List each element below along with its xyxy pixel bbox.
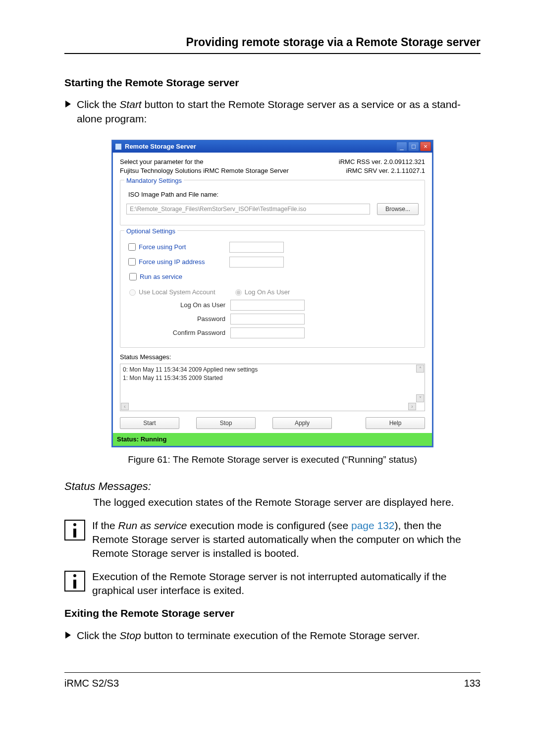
run-as-service-label: Run as service: [140, 272, 182, 281]
scroll-right-icon[interactable]: ›: [408, 403, 416, 410]
version-srv: iRMC SRV ver. 2.1.11027.1: [339, 166, 425, 175]
info1-page-link[interactable]: page 132: [351, 520, 395, 531]
force-ip-label: Force using IP address: [139, 258, 205, 267]
log-on-as-user-radio[interactable]: [235, 289, 242, 296]
maximize-icon[interactable]: □: [408, 142, 419, 151]
step-arrow-icon: [65, 101, 71, 108]
mandatory-legend: Mandatory Settings: [124, 176, 184, 185]
intro-line-1: Select your parameter for the: [120, 158, 289, 166]
force-ip-input[interactable]: [229, 257, 284, 268]
cred-user-input[interactable]: [230, 300, 305, 311]
step-exit-prefix: Click the: [77, 630, 119, 641]
mandatory-group: Mandatory Settings ISO Image Path and Fi…: [120, 180, 425, 225]
step-text: Click the Start button to start the Remo…: [77, 98, 481, 126]
log-line-2: 1: Mon May 11 15:34:35 2009 Started: [123, 374, 416, 382]
scroll-up-icon[interactable]: ˄: [416, 365, 424, 373]
dialog-body: Select your parameter for the Fujitsu Te…: [111, 153, 433, 447]
app-icon: [115, 143, 122, 150]
info-icon: [64, 571, 85, 592]
def-term: Status Messages:: [64, 479, 481, 494]
step-start: Click the Start button to start the Remo…: [64, 98, 481, 126]
cred-conf-input[interactable]: [230, 327, 305, 338]
optional-legend: Optional Settings: [124, 227, 177, 236]
log-line-1: 0: Mon May 11 15:34:34 2009 Applied new …: [123, 366, 416, 374]
status-messages-label: Status Messages:: [120, 353, 425, 362]
section-exit-title: Exiting the Remote Storage server: [64, 606, 481, 620]
start-button[interactable]: Start: [120, 417, 179, 429]
info-text-2: Execution of the Remote Storage server i…: [92, 570, 481, 598]
stop-button[interactable]: Stop: [196, 417, 256, 429]
minimize-icon[interactable]: _: [396, 142, 407, 151]
cred-user-label: Log On as User: [126, 301, 225, 310]
page-footer: iRMC S2/S3 133: [64, 672, 481, 690]
info-icon: [64, 520, 85, 540]
run-as-service-checkbox[interactable]: [129, 273, 137, 280]
optional-group: Optional Settings Force using Port Force…: [120, 230, 425, 348]
cred-pass-label: Password: [126, 315, 225, 324]
status-bar: Status: Running: [113, 433, 432, 446]
cred-pass-input[interactable]: [230, 314, 305, 324]
info1-mid: execution mode is configured (see: [187, 520, 351, 531]
info1-mode: Run as service: [118, 520, 187, 531]
log-on-as-user-label: Log On As User: [245, 288, 290, 297]
page-header: Providing remote storage via a Remote St…: [64, 35, 481, 54]
dialog-titlebar[interactable]: Remote Storage Server _ □ ×: [111, 140, 433, 153]
force-ip-checkbox[interactable]: [128, 258, 136, 266]
iso-path-label: ISO Image Path and File name:: [128, 190, 419, 199]
iso-path-input[interactable]: [126, 204, 370, 215]
local-system-radio[interactable]: [129, 289, 136, 296]
step-start-prefix: Click the: [77, 99, 119, 110]
local-system-label: Use Local System Account: [139, 288, 215, 297]
force-port-checkbox[interactable]: [128, 243, 136, 251]
def-body: The logged execution states of the Remot…: [93, 495, 481, 509]
info-text-1: If the Run as service execution mode is …: [92, 519, 481, 561]
step-exit: Click the Stop button to terminate execu…: [64, 629, 481, 643]
section-start-title: Starting the Remote Storage server: [64, 76, 481, 90]
close-icon[interactable]: ×: [420, 142, 431, 151]
dialog-title: Remote Storage Server: [125, 142, 396, 151]
apply-button[interactable]: Apply: [272, 417, 332, 429]
cred-conf-label: Confirm Password: [126, 328, 225, 337]
browse-button[interactable]: Browse...: [377, 203, 419, 215]
scroll-down-icon[interactable]: ˅: [416, 394, 424, 402]
intro-line-2: Fujitsu Technology Solutions iRMC Remote…: [120, 166, 289, 175]
step-arrow-icon: [65, 632, 71, 639]
version-rss: iRMC RSS ver. 2.0.09112.321: [339, 158, 425, 166]
step-exit-button-name: Stop: [119, 630, 141, 641]
footer-left: iRMC S2/S3: [64, 677, 119, 690]
force-port-input[interactable]: [229, 242, 284, 253]
step-text: Click the Stop button to terminate execu…: [77, 629, 481, 643]
step-start-button-name: Start: [119, 99, 141, 110]
help-button[interactable]: Help: [366, 417, 425, 429]
info1-prefix: If the: [92, 520, 118, 531]
footer-right: 133: [464, 677, 481, 690]
remote-storage-dialog: Remote Storage Server _ □ × Select your …: [111, 140, 433, 447]
scroll-left-icon[interactable]: ‹: [121, 403, 129, 410]
status-log-box[interactable]: 0: Mon May 11 15:34:34 2009 Applied new …: [120, 364, 425, 411]
force-port-label: Force using Port: [139, 243, 186, 252]
figure-caption: Figure 61: The Remote Storage server is …: [64, 453, 481, 466]
step-exit-suffix: button to terminate execution of the Rem…: [141, 630, 420, 641]
